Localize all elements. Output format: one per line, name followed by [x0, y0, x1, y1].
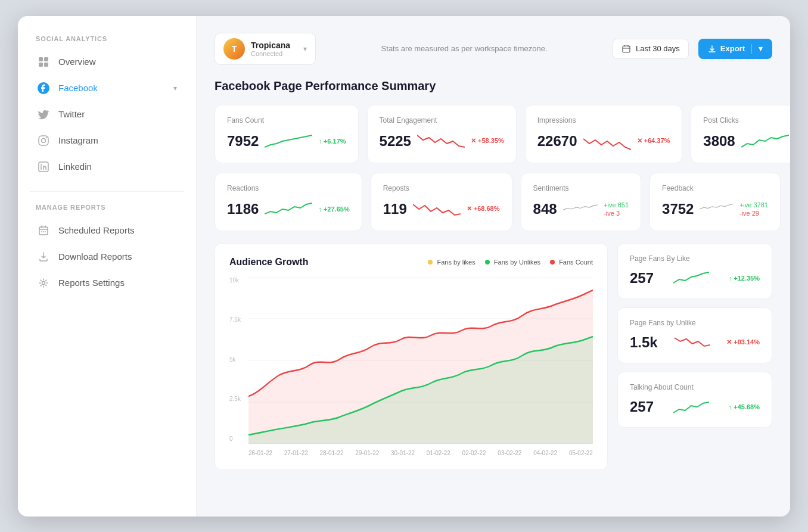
fans-count-value: 7952 — [227, 133, 259, 150]
audience-growth-card: Audience Growth Fans by likes Fans by Un… — [215, 243, 608, 470]
total-engagement-value: 5225 — [380, 133, 411, 150]
x-label-7: 03-02-22 — [498, 450, 521, 456]
main-content: T Tropicana Connected ▾ Stats are measur… — [197, 16, 790, 517]
fans-like-sparkline — [660, 269, 723, 288]
impressions-value: 22670 — [537, 133, 577, 150]
sidebar-item-instagram[interactable]: Instagram — [30, 128, 184, 153]
fans-unlike-change: ✕ +03.14% — [726, 338, 760, 346]
x-label-1: 27-01-22 — [284, 450, 308, 456]
side-metric-talking-about: Talking About Count 257 ↑ +45.68% — [617, 372, 772, 428]
post-clicks-sparkline — [741, 130, 789, 152]
talking-about-row: 257 ↑ +45.68% — [630, 397, 760, 416]
chart-header: Audience Growth Fans by likes Fans by Un… — [229, 257, 593, 267]
y-label-10k: 10k — [229, 277, 246, 284]
legend-dot-likes — [428, 260, 433, 265]
sentiments-sparkline — [563, 198, 598, 220]
chart-svg — [248, 277, 593, 444]
timezone-text: Stats are measured as per workspace time… — [325, 44, 603, 53]
feedback-neg: -ive 29 — [739, 210, 768, 217]
calendar-icon — [621, 44, 631, 54]
legend-fans-count: Fans Count — [550, 259, 593, 266]
sidebar-overview-label: Overview — [58, 57, 96, 67]
sentiments-breakdown: +ive 851 -ive 3 — [604, 201, 629, 217]
fans-like-row: 257 ↑ +12.35% — [630, 269, 760, 288]
sidebar-divider — [30, 191, 184, 192]
impressions-label: Impressions — [537, 116, 670, 125]
manage-reports-label: MANAGE REPORTS — [30, 204, 184, 211]
chart-legend: Fans by likes Fans by Unlikes Fans Count — [428, 259, 593, 266]
total-engagement-label: Total Engagement — [380, 116, 504, 125]
metric-reposts: Reposts 119 ✕ +68.68% — [371, 173, 512, 231]
post-clicks-value: 3808 — [703, 133, 735, 150]
chevron-down-icon: ▾ — [173, 84, 177, 92]
x-label-0: 26-01-22 — [248, 450, 272, 456]
date-range-label: Last 30 days — [636, 44, 680, 53]
fans-unlike-value: 1.5k — [630, 334, 658, 351]
sidebar-item-facebook[interactable]: Facebook ▾ — [30, 76, 184, 101]
sidebar-item-scheduled-reports[interactable]: Scheduled Reports — [30, 218, 184, 243]
metric-sentiments: Sentiments 848 +ive 851 -ive 3 — [521, 173, 642, 231]
total-engagement-sparkline — [417, 130, 465, 152]
instagram-icon — [37, 134, 50, 147]
post-clicks-row: 3808 ↑ +31.25% — [703, 130, 790, 152]
y-label-0: 0 — [229, 435, 246, 442]
fans-like-value: 257 — [630, 270, 654, 287]
bottom-section: Audience Growth Fans by likes Fans by Un… — [215, 243, 772, 470]
talking-about-label: Talking About Count — [630, 383, 760, 391]
svg-point-13 — [42, 281, 45, 284]
x-label-6: 02-02-22 — [462, 450, 486, 456]
export-button[interactable]: Export ▾ — [698, 39, 772, 59]
svg-rect-3 — [44, 63, 48, 67]
svg-rect-9 — [39, 227, 48, 235]
scheduled-reports-label: Scheduled Reports — [58, 225, 135, 235]
total-engagement-row: 5225 ✕ +58.35% — [380, 130, 504, 152]
sentiments-row: 848 +ive 851 -ive 3 — [533, 198, 629, 220]
right-panel: Page Fans By Like 257 ↑ +12.35% Page Fan… — [617, 243, 772, 470]
export-icon — [708, 45, 716, 53]
sidebar-item-linkedin[interactable]: Linkedin — [30, 154, 184, 179]
sentiments-label: Sentiments — [533, 184, 629, 192]
sidebar-linkedin-label: Linkedin — [58, 161, 92, 172]
metrics-row-1: Fans Count 7952 ↑ +6.17% Total Engagemen… — [215, 105, 772, 163]
sidebar-facebook-label: Facebook — [58, 83, 98, 93]
chart-x-labels: 26-01-22 27-01-22 28-01-22 29-01-22 30-0… — [248, 450, 593, 456]
legend-fans-unlikes: Fans by Unlikes — [485, 259, 540, 266]
date-range-button[interactable]: Last 30 days — [613, 39, 689, 59]
fans-like-change: ↑ +12.35% — [729, 275, 760, 282]
svg-point-7 — [46, 137, 47, 138]
facebook-icon — [37, 82, 50, 95]
reactions-row: 1186 ↑ +27.65% — [227, 198, 350, 220]
reposts-label: Reposts — [383, 184, 500, 192]
sidebar-item-overview[interactable]: Overview — [30, 49, 184, 74]
impressions-change: ✕ +64.37% — [637, 137, 670, 145]
brand-name: Tropicana — [251, 41, 297, 50]
reposts-row: 119 ✕ +68.68% — [383, 198, 500, 220]
sidebar-item-reports-settings[interactable]: Reports Settings — [30, 270, 184, 295]
sidebar-item-download-reports[interactable]: Download Reports — [30, 244, 184, 269]
metric-total-engagement: Total Engagement 5225 ✕ +58.35% — [367, 105, 517, 163]
brand-status: Connected — [251, 50, 297, 57]
feedback-label: Feedback — [662, 184, 768, 192]
x-label-8: 04-02-22 — [533, 450, 557, 456]
fans-count-sparkline — [265, 130, 312, 152]
legend-fans-likes: Fans by likes — [428, 259, 475, 266]
impressions-sparkline — [583, 130, 631, 152]
legend-dot-count — [550, 260, 555, 265]
twitter-icon — [37, 108, 50, 121]
svg-point-6 — [42, 138, 46, 142]
sidebar-item-twitter[interactable]: Twitter — [30, 102, 184, 127]
svg-point-10 — [41, 231, 42, 232]
chart-inner: 26-01-22 27-01-22 28-01-22 29-01-22 30-0… — [248, 277, 593, 456]
grid-icon — [37, 55, 50, 69]
download-icon — [37, 250, 50, 263]
reports-settings-label: Reports Settings — [58, 278, 125, 288]
svg-point-12 — [45, 231, 46, 232]
feedback-value: 3752 — [662, 201, 694, 217]
export-divider — [751, 44, 752, 54]
calendar-icon — [37, 224, 50, 237]
brand-selector[interactable]: T Tropicana Connected ▾ — [215, 33, 316, 65]
sentiments-neg: -ive 3 — [604, 210, 629, 217]
reposts-sparkline — [413, 198, 461, 220]
sidebar-instagram-label: Instagram — [58, 135, 98, 145]
feedback-pos: +ive 3781 — [739, 201, 768, 209]
